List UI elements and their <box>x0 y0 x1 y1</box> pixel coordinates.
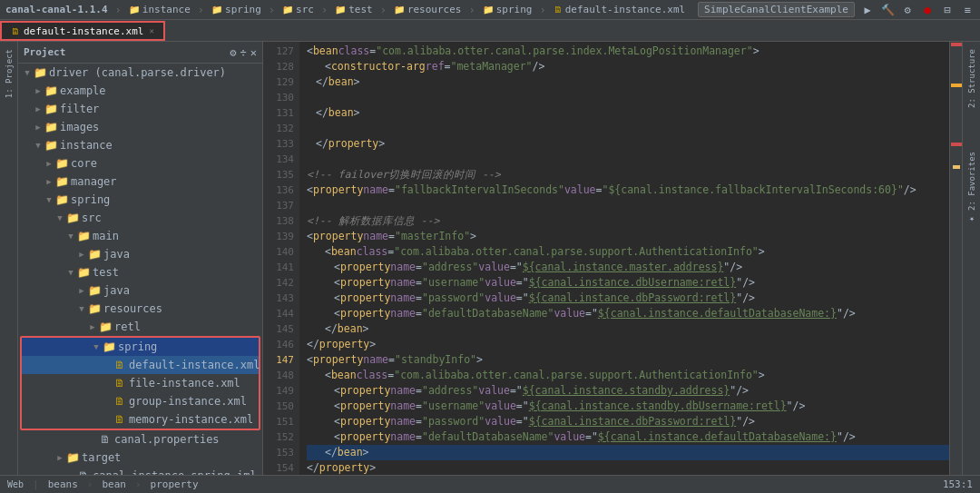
tree-label-retl: retl <box>114 320 141 333</box>
left-panel-tabs: 1: Project <box>0 42 18 475</box>
breadcrumb-file[interactable]: 🗎 default-instance.xml <box>554 4 685 15</box>
tree-retl[interactable]: ▶ 📁 retl <box>18 318 262 336</box>
tree-default-instance[interactable]: ▶ 🗎 default-instance.xml <box>22 356 259 374</box>
code-line-147: <property name="standbyInfo"> <box>307 352 949 368</box>
tree-resources[interactable]: ▼ 📁 resources <box>18 300 262 318</box>
folder-icon-src: 📁 <box>282 5 293 15</box>
breadcrumb-src[interactable]: 📁 src <box>282 4 314 15</box>
tree-file-instance[interactable]: ▶ 🗎 file-instance.xml <box>22 374 259 392</box>
tree-java-main[interactable]: ▶ 📁 java <box>18 245 262 263</box>
tree-canal-instance-spring-iml[interactable]: ▶ 🗎 canal.instance.spring.iml <box>18 467 262 475</box>
tree-label-canal-props: canal.properties <box>114 433 220 446</box>
arrow-test: ▼ <box>65 268 76 277</box>
folder-icon-test-tree: 📁 <box>76 266 91 279</box>
build-button[interactable]: 🔨 <box>880 3 895 17</box>
tab-close-button[interactable]: ✕ <box>149 26 153 35</box>
run-config[interactable]: SimpleCanalClientExample <box>698 2 855 17</box>
folder-icon-driver: 📁 <box>33 66 47 79</box>
tree-group-instance[interactable]: ▶ 🗎 group-instance.xml <box>22 392 259 410</box>
breadcrumb-property[interactable]: property <box>151 478 199 490</box>
code-line-132 <box>307 121 949 136</box>
code-line-151: <property name="password" value="${canal… <box>307 414 949 429</box>
tab-default-instance[interactable]: 🗎 default-instance.xml ✕ <box>0 21 165 41</box>
favorites-panel-tab[interactable]: ★ 2: Favorites <box>965 148 978 228</box>
project-name: canal-canal-1.1.4 <box>5 4 108 15</box>
folder-icon-manager: 📁 <box>54 175 69 188</box>
code-line-134 <box>307 152 949 167</box>
tree-memory-instance[interactable]: ▶ 🗎 memory-instance.xml <box>22 410 259 429</box>
code-line-135: <!-- failover切换时回滚的时间 --> <box>307 167 949 182</box>
tree-target[interactable]: ▶ 📁 target <box>18 449 262 467</box>
code-line-140: <bean class="com.alibaba.otter.canal.par… <box>307 244 949 260</box>
breadcrumb-bean[interactable]: bean <box>102 478 126 490</box>
tree-main[interactable]: ▼ 📁 main <box>18 227 262 245</box>
tree-test[interactable]: ▼ 📁 test <box>18 263 262 281</box>
tree-images[interactable]: ▶ 📁 images <box>18 118 262 136</box>
error-marker-2 <box>951 143 962 146</box>
arrow-target: ▶ <box>54 453 65 462</box>
code-line-139: <property name="masterInfo"> <box>307 229 949 244</box>
tree-manager[interactable]: ▶ 📁 manager <box>18 173 262 191</box>
breadcrumb-spring[interactable]: 📁 spring <box>211 4 261 15</box>
project-tools: ⚙ ÷ ✕ <box>230 46 257 59</box>
run-button[interactable]: ▶ <box>860 3 875 17</box>
tree-label-filter: filter <box>60 103 99 115</box>
arrow-driver: ▼ <box>22 68 33 77</box>
tree-spring[interactable]: ▼ 📁 spring <box>18 191 262 209</box>
tree-filter[interactable]: ▶ 📁 filter <box>18 100 262 118</box>
status-web-panel[interactable]: Web <box>7 479 24 489</box>
folder-icon-java-main: 📁 <box>87 248 102 261</box>
tree-spring-resources[interactable]: ▼ 📁 spring <box>22 338 259 356</box>
arrow-spring: ▼ <box>44 195 54 204</box>
file-icon-default-instance: 🗎 <box>113 359 127 371</box>
breadcrumb-test[interactable]: 📁 test <box>335 4 373 15</box>
code-container: 127128129130131 132133134135136 13713813… <box>263 42 962 475</box>
folder-icon-spring: 📁 <box>211 5 222 15</box>
tree-label-src: src <box>82 212 102 224</box>
arrow-resources: ▼ <box>76 304 87 313</box>
top-bar: canal-canal-1.1.4 › 📁 instance › 📁 sprin… <box>0 0 980 20</box>
code-line-153: </bean> <box>307 445 949 460</box>
project-panel-tab[interactable]: 1: Project <box>3 45 15 102</box>
layout-button[interactable]: ⊟ <box>940 3 955 17</box>
tree-driver[interactable]: ▼ 📁 driver (canal.parse.driver) <box>18 64 262 82</box>
code-content[interactable]: <bean class="com.alibaba.otter.canal.par… <box>299 42 949 475</box>
search-button[interactable]: ● <box>920 3 935 17</box>
editor-area: 127128129130131 132133134135136 13713813… <box>263 42 962 475</box>
project-panel: Project ⚙ ÷ ✕ ▼ 📁 driver (canal.parse.dr… <box>18 42 263 475</box>
tree-src[interactable]: ▼ 📁 src <box>18 209 262 227</box>
tree-label-core: core <box>71 157 97 170</box>
spring-highlight-group: ▼ 📁 spring ▶ 🗎 default-instance.xml ▶ 🗎 … <box>20 336 260 430</box>
code-line-148: <bean class="com.alibaba.otter.canal.par… <box>307 368 949 383</box>
tree-label-cis-iml: canal.instance.spring.iml <box>93 469 257 475</box>
breadcrumb-instance[interactable]: 📁 instance <box>129 4 191 15</box>
settings-button[interactable]: ⚙ <box>900 3 915 17</box>
info-marker-1 <box>953 165 960 169</box>
structure-panel-tab[interactable]: 2: Structure <box>965 45 978 112</box>
folder-icon-target: 📁 <box>65 451 80 464</box>
breadcrumb-resources[interactable]: 📁 resources <box>394 4 462 15</box>
code-line-130 <box>307 90 949 105</box>
project-settings-btn[interactable]: ⚙ <box>230 46 236 59</box>
tree-core[interactable]: ▶ 📁 core <box>18 154 262 173</box>
file-icon-file-instance: 🗎 <box>113 377 127 389</box>
more-button[interactable]: ≡ <box>960 3 975 17</box>
folder-icon-core: 📁 <box>54 157 69 170</box>
project-pin-btn[interactable]: ✕ <box>250 46 257 59</box>
main-layout: 1: Project Project ⚙ ÷ ✕ ▼ 📁 driver (can… <box>0 42 980 475</box>
tree-label-file-instance: file-instance.xml <box>129 377 240 389</box>
code-line-144: <property name="defaultDatabaseName" val… <box>307 306 949 321</box>
tree-canal-props[interactable]: ▶ 🗎 canal.properties <box>18 430 262 449</box>
tree-java-test[interactable]: ▶ 📁 java <box>18 281 262 300</box>
line-col-indicator[interactable]: 153:1 <box>943 478 973 490</box>
project-split-btn[interactable]: ÷ <box>240 46 247 59</box>
tree-label-manager: manager <box>71 175 117 188</box>
breadcrumb-spring2[interactable]: 📁 spring <box>483 4 533 15</box>
folder-icon-spring2: 📁 <box>483 5 494 15</box>
tree-instance[interactable]: ▼ 📁 instance <box>18 136 262 154</box>
tree-label-driver: driver (canal.parse.driver) <box>49 66 226 79</box>
tree-example[interactable]: ▶ 📁 example <box>18 82 262 100</box>
arrow-retl: ▶ <box>87 322 98 331</box>
file-icon-canal-props: 🗎 <box>98 433 113 446</box>
breadcrumb-beans[interactable]: beans <box>48 478 78 490</box>
